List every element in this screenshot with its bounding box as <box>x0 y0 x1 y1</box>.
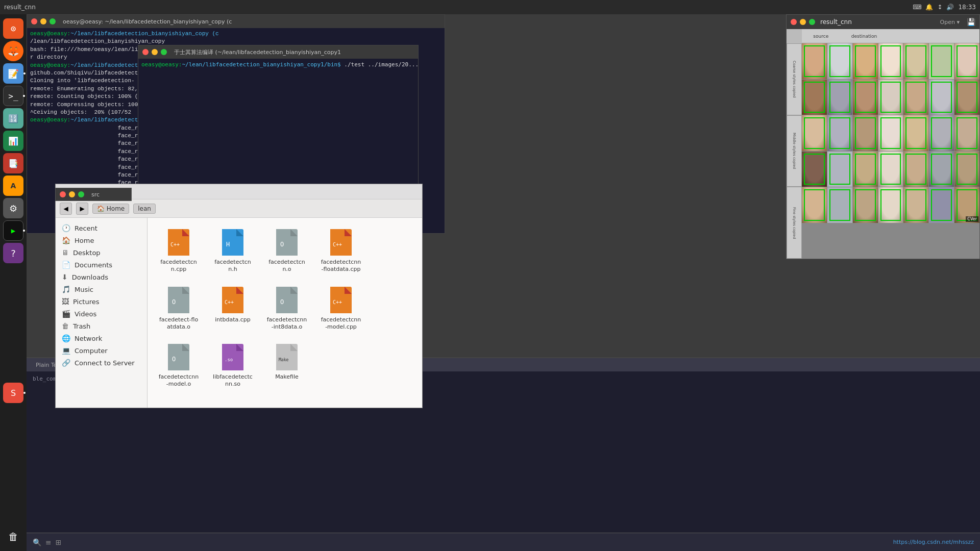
face-cell-26 <box>903 152 928 187</box>
src-close-btn[interactable] <box>60 191 66 197</box>
result-min-btn[interactable] <box>800 19 806 25</box>
face-cell-14 <box>954 80 979 115</box>
sidebar-label-documents: Documents <box>75 261 112 269</box>
file-facedetectcnn-model-cpp[interactable]: C++ facedetectcnn-model.cpp <box>318 284 364 333</box>
sidebar-item-pictures[interactable]: 🖼 Pictures <box>56 295 147 308</box>
file-icon-o: O <box>275 228 299 257</box>
file-name-facedetectcnn-cpp: facedetectcnn.cpp <box>158 259 200 273</box>
software-dock-icon[interactable]: S <box>3 383 23 403</box>
sidebar-item-network[interactable]: 🌐 Network <box>56 332 147 344</box>
terminal-max-btn[interactable] <box>50 18 56 24</box>
file-facedetectcnn-o[interactable]: O facedetectcnn.o <box>264 226 310 276</box>
grid-view-icon[interactable]: ⊞ <box>56 538 62 546</box>
face-cell-29 <box>802 187 827 223</box>
cnn-header-source: source <box>813 34 828 39</box>
terminal2-dock-icon[interactable]: ▶ <box>3 220 23 241</box>
terminal2-close-btn[interactable] <box>142 49 149 55</box>
svg-text:.so: .so <box>225 357 233 362</box>
desktop: result_cnn ⌨ 🔔 ↕ 🔊 18:33 ⊙ 🦊 📝 >_ 🔢 <box>0 0 980 551</box>
face-cell-27 <box>929 152 954 187</box>
file-icon-h: H <box>220 228 245 257</box>
notification-icon[interactable]: 🔔 <box>925 4 933 11</box>
fm-sidebar: 🕐 Recent 🏠 Home 🖥 Desktop 📄 Documents ⬇ <box>56 218 148 408</box>
fm-forward-btn[interactable]: ▶ <box>76 203 88 215</box>
sidebar-label-downloads: Downloads <box>72 273 108 281</box>
face-cell-1 <box>802 43 827 79</box>
file-icon-model-cpp: C++ <box>329 286 353 314</box>
settings-dock-icon[interactable]: ⚙ <box>3 198 23 218</box>
file-icon-makefile: Make <box>275 343 299 371</box>
volume-icon[interactable]: 🔊 <box>946 4 954 11</box>
sidebar-item-videos[interactable]: 🎬 Videos <box>56 308 147 320</box>
list-view-icon[interactable]: ≡ <box>45 538 52 546</box>
file-icon-floatdata-o: O <box>166 286 191 314</box>
face-cell-10 <box>853 80 878 115</box>
sidebar-item-computer[interactable]: 💻 Computer <box>56 344 147 357</box>
sidebar-label-computer: Computer <box>75 347 108 355</box>
search-bottom-icon[interactable]: 🔍 <box>33 538 41 546</box>
sidebar-label-videos: Videos <box>75 310 96 318</box>
result-titlebar: result_cnn Open ▾ 💾 <box>787 15 979 29</box>
terminal2-max-btn[interactable] <box>161 49 167 55</box>
file-makefile[interactable]: Make Makefile <box>264 341 310 390</box>
sidebar-item-connect-server[interactable]: 🔗 Connect to Server <box>56 357 147 369</box>
file-name-model-o: facedetectcnn-model.o <box>158 373 200 388</box>
file-name-facedetectcnn-o: facedetectcnn.o <box>266 259 308 273</box>
src-min-btn[interactable] <box>69 191 75 197</box>
calc-dock-icon[interactable]: 🔢 <box>3 108 23 129</box>
file-facedetectcnn-cpp[interactable]: C++ facedetectcnn.cpp <box>156 226 202 276</box>
file-facedetectcnn-h[interactable]: H facedetectcnn.h <box>210 226 256 276</box>
sidebar-item-downloads[interactable]: ⬇ Downloads <box>56 271 147 283</box>
src-max-btn[interactable] <box>78 191 84 197</box>
file-name-model-cpp: facedetectcnn-model.cpp <box>320 316 362 331</box>
sidebar-item-recent[interactable]: 🕐 Recent <box>56 222 147 234</box>
fm-body: 🕐 Recent 🏠 Home 🖥 Desktop 📄 Documents ⬇ <box>56 218 422 408</box>
fm-back-btn[interactable]: ◀ <box>60 203 72 215</box>
result-max-btn[interactable] <box>809 19 815 25</box>
terminal-min-btn[interactable] <box>40 18 46 24</box>
help-dock-icon[interactable]: ? <box>3 243 23 263</box>
face-cell-25 <box>878 152 903 187</box>
src-title: src <box>91 191 100 198</box>
file-facedetectcnn-floatdata-cpp[interactable]: C++ facedetectcnn-floatdata.cpp <box>318 226 364 276</box>
topbar-left: result_cnn <box>4 4 36 11</box>
file-facedetectcnn-model-o[interactable]: O facedetectcnn-model.o <box>156 341 202 390</box>
sidebar-label-pictures: Pictures <box>73 298 99 306</box>
terminal-close-btn[interactable] <box>31 18 37 24</box>
file-facedetect-floatdata-o[interactable]: O facedetect-floatdata.o <box>156 284 202 333</box>
dock: ⊙ 🦊 📝 >_ 🔢 📊 📑 A ⚙ <box>0 14 27 551</box>
face-cell-28 <box>954 152 979 187</box>
fm-path-lean[interactable]: lean <box>133 204 156 214</box>
terminal-dock-icon[interactable]: >_ <box>3 86 23 106</box>
topbar-title: result_cnn <box>4 4 36 11</box>
file-facedetectcnn-int8data-o[interactable]: O facedetectcnn-int8data.o <box>264 284 310 333</box>
sidebar-item-trash[interactable]: 🗑 Trash <box>56 320 147 332</box>
sidebar-item-documents[interactable]: 📄 Documents <box>56 259 147 271</box>
text-editor-dock-icon[interactable]: 📝 <box>3 63 23 84</box>
terminal2-min-btn[interactable] <box>152 49 158 55</box>
fm-home-btn[interactable]: 🏠 Home <box>92 204 129 214</box>
face-cell-20 <box>929 115 954 151</box>
trash-icon: 🗑 <box>62 322 69 330</box>
sidebar-item-home[interactable]: 🏠 Home <box>56 234 147 246</box>
impress-dock-icon[interactable]: 📑 <box>3 153 23 173</box>
fm-toolbar: ◀ ▶ 🏠 Home lean <box>56 199 422 218</box>
file-libfacedetectcnn-so[interactable]: .so libfacedetectcnn.so <box>210 341 256 390</box>
recent-icon: 🕐 <box>62 224 70 232</box>
amazon-dock-icon[interactable]: A <box>3 176 23 196</box>
trash-dock-icon[interactable]: 🗑 <box>3 527 23 547</box>
face-cell-34 <box>929 187 954 223</box>
file-icon-model-o: O <box>166 343 191 371</box>
sidebar-label-recent: Recent <box>75 224 97 232</box>
sidebar-label-desktop: Desktop <box>73 249 101 257</box>
file-name-floatdata-o: facedetect-floatdata.o <box>158 316 200 331</box>
sidebar-item-music[interactable]: 🎵 Music <box>56 283 147 295</box>
result-close-btn[interactable] <box>791 19 797 25</box>
file-name-intbdata: intbdata.cpp <box>215 316 251 323</box>
firefox-dock-icon[interactable]: 🦊 <box>3 41 23 61</box>
spreadsheet-dock-icon[interactable]: 📊 <box>3 131 23 151</box>
file-intbdata-cpp[interactable]: C++ intbdata.cpp <box>210 284 256 333</box>
result-save-icon[interactable]: 💾 <box>967 18 975 26</box>
ubuntu-icon[interactable]: ⊙ <box>3 18 23 39</box>
sidebar-item-desktop[interactable]: 🖥 Desktop <box>56 246 147 259</box>
